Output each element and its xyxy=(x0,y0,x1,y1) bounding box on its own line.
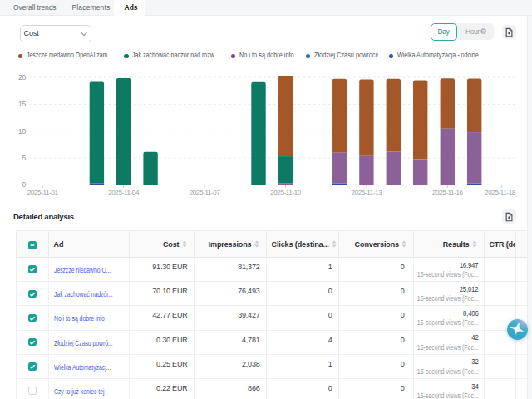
svg-text:2025-11-10: 2025-11-10 xyxy=(270,189,302,196)
svg-text:2025-11-16: 2025-11-16 xyxy=(432,189,464,196)
svg-text:10: 10 xyxy=(18,127,27,135)
svg-text:5: 5 xyxy=(22,154,26,162)
svg-text:2025-11-13: 2025-11-13 xyxy=(351,189,382,196)
svg-text:2025-11-04: 2025-11-04 xyxy=(108,189,140,196)
svg-text:2025-11-07: 2025-11-07 xyxy=(190,189,221,196)
svg-text:2025-11-01: 2025-11-01 xyxy=(27,189,59,196)
svg-text:2025-11-18: 2025-11-18 xyxy=(485,189,516,196)
svg-text:0: 0 xyxy=(22,180,26,189)
svg-text:20: 20 xyxy=(18,73,27,81)
svg-text:15: 15 xyxy=(18,100,27,108)
